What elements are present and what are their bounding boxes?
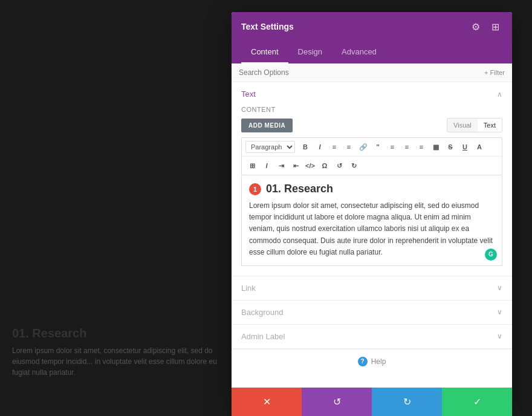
admin-label-chevron: ∨ xyxy=(497,332,502,340)
special-char-button[interactable]: Ω xyxy=(318,159,331,172)
strikethrough-button[interactable]: S xyxy=(444,140,457,154)
content-toolbar: ADD MEDIA Visual Text xyxy=(241,118,502,132)
link-section: Link ∨ xyxy=(232,276,512,301)
text-settings-panel: Text Settings ⚙ ⊞ Content Design Advance… xyxy=(232,12,512,410)
redo-button[interactable]: ↻ xyxy=(372,388,442,416)
ul-button[interactable]: ≡ xyxy=(328,140,341,154)
visual-view-button[interactable]: Visual xyxy=(447,119,478,132)
text-section-chevron: ∧ xyxy=(497,90,502,99)
background-section: Background ∨ xyxy=(232,301,512,325)
background-content: 01. Research Lorem ipsum dolor sit amet,… xyxy=(0,0,230,416)
toolbar-row-1: Paragraph B I ≡ ≡ 🔗 " ≡ ≡ ≡ ▦ S U A xyxy=(242,138,502,157)
link-section-header[interactable]: Link ∨ xyxy=(232,276,512,300)
settings-icon[interactable]: ⚙ xyxy=(469,19,483,34)
bg-text: Lorem ipsum dolor sit amet, consectetur … xyxy=(12,345,218,378)
cancel-button[interactable]: ✕ xyxy=(232,388,302,416)
bg-title: 01. Research xyxy=(12,327,218,340)
panel-tabs: Content Design Advanced xyxy=(232,41,512,63)
link-button[interactable]: 🔗 xyxy=(357,140,370,154)
underline-button[interactable]: U xyxy=(458,140,472,154)
bottom-bar: ✕ ↺ ↻ ✓ xyxy=(232,388,512,416)
align-right-button[interactable]: ≡ xyxy=(415,140,428,154)
indent-button[interactable]: ⇥ xyxy=(274,159,288,172)
editor-heading: 1 01. Research xyxy=(249,183,495,195)
editor-toolbar: Paragraph B I ≡ ≡ 🔗 " ≡ ≡ ≡ ▦ S U A xyxy=(241,137,502,175)
bullet-number: 1 xyxy=(249,183,261,195)
save-button[interactable]: ✓ xyxy=(442,388,512,416)
outdent-button[interactable]: ⇤ xyxy=(289,159,302,172)
font-color-button[interactable]: A xyxy=(473,140,486,154)
editor-heading-text: 01. Research xyxy=(266,183,333,195)
view-toggle: Visual Text xyxy=(447,118,502,132)
code-button[interactable]: </> xyxy=(303,159,317,172)
panel-header-icons: ⚙ ⊞ xyxy=(469,19,502,34)
tab-content[interactable]: Content xyxy=(241,41,288,63)
link-section-title: Link xyxy=(241,284,256,293)
undo-button[interactable]: ↺ xyxy=(302,388,372,416)
table-button[interactable]: ▦ xyxy=(429,140,443,154)
add-media-button[interactable]: ADD MEDIA xyxy=(241,119,293,132)
italic-button[interactable]: I xyxy=(313,140,326,154)
filter-label: + Filter xyxy=(484,69,505,76)
align-left-button[interactable]: ≡ xyxy=(386,140,399,154)
italic2-button[interactable]: I xyxy=(260,159,273,172)
help-bar: ? Help xyxy=(232,349,512,374)
help-label[interactable]: Help xyxy=(371,357,386,366)
background-chevron: ∨ xyxy=(497,308,502,316)
content-label: Content xyxy=(241,106,502,113)
panel-header: Text Settings ⚙ ⊞ xyxy=(232,12,512,41)
format-button-1[interactable]: ⊞ xyxy=(245,159,259,172)
filter-button[interactable]: + Filter xyxy=(484,69,505,76)
link-chevron: ∨ xyxy=(497,284,502,292)
text-section-header[interactable]: Text ∧ xyxy=(232,82,512,106)
editor-content[interactable]: 1 01. Research Lorem ipsum dolor sit ame… xyxy=(241,175,502,266)
bold-button[interactable]: B xyxy=(299,140,312,154)
tab-advanced[interactable]: Advanced xyxy=(332,41,386,63)
background-section-header[interactable]: Background ∨ xyxy=(232,301,512,324)
expand-icon[interactable]: ⊞ xyxy=(488,19,502,34)
undo-editor-button[interactable]: ↺ xyxy=(332,159,346,172)
panel-title: Text Settings xyxy=(241,22,294,31)
content-area: Content ADD MEDIA Visual Text Paragraph … xyxy=(232,106,512,276)
text-section-title: Text xyxy=(241,89,256,99)
admin-label-section-title: Admin Label xyxy=(241,332,285,341)
admin-label-section: Admin Label ∨ xyxy=(232,325,512,349)
blockquote-button[interactable]: " xyxy=(371,140,384,154)
grammarly-icon: G xyxy=(485,249,497,261)
search-input[interactable] xyxy=(239,68,484,77)
paragraph-select[interactable]: Paragraph xyxy=(245,141,295,153)
text-view-button[interactable]: Text xyxy=(478,119,502,132)
align-center-button[interactable]: ≡ xyxy=(400,140,414,154)
redo-editor-button[interactable]: ↻ xyxy=(347,159,360,172)
background-section-title: Background xyxy=(241,308,283,317)
search-bar: + Filter xyxy=(232,63,512,82)
ol-button[interactable]: ≡ xyxy=(342,140,355,154)
help-icon: ? xyxy=(358,357,368,366)
toolbar-row-2: ⊞ I ⇥ ⇤ </> Ω ↺ ↻ xyxy=(242,157,502,175)
editor-paragraph: Lorem ipsum dolor sit amet, consectetur … xyxy=(249,200,495,258)
admin-label-section-header[interactable]: Admin Label ∨ xyxy=(232,325,512,348)
tab-design[interactable]: Design xyxy=(288,41,332,63)
text-section: Text ∧ Content ADD MEDIA Visual Text Par… xyxy=(232,82,512,276)
